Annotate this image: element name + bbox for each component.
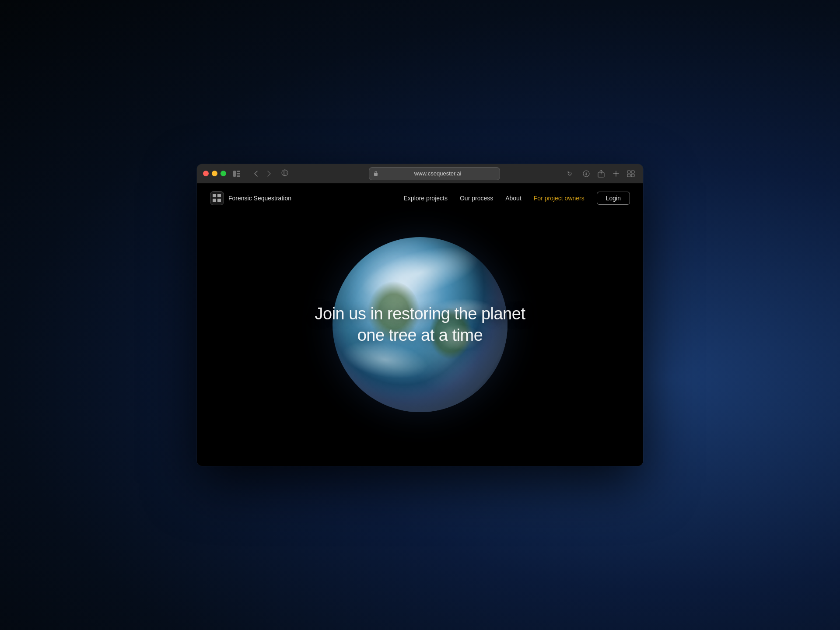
- logo-icon: [210, 191, 224, 205]
- close-button[interactable]: [203, 171, 209, 176]
- nav-about[interactable]: About: [505, 195, 522, 202]
- nav-for-project-owners[interactable]: For project owners: [534, 195, 584, 202]
- navigation: Forensic Sequestration Explore projects …: [197, 183, 643, 213]
- logo[interactable]: Forensic Sequestration: [210, 191, 291, 205]
- nav-links: Explore projects Our process About For p…: [404, 192, 630, 205]
- back-button[interactable]: [250, 168, 262, 180]
- svg-rect-0: [233, 171, 236, 177]
- svg-rect-14: [631, 171, 634, 173]
- svg-rect-15: [627, 174, 630, 177]
- svg-rect-2: [237, 173, 240, 174]
- website-content: Forensic Sequestration Explore projects …: [197, 183, 643, 466]
- address-bar[interactable]: www.csequester.ai: [369, 167, 500, 180]
- svg-rect-13: [627, 171, 630, 173]
- download-icon[interactable]: ⬇: [580, 168, 592, 180]
- earth-globe-container: [324, 228, 516, 421]
- forward-button[interactable]: [263, 168, 275, 180]
- browser-window: www.csequester.ai ↻ ⬇: [197, 164, 643, 466]
- new-tab-icon[interactable]: [610, 168, 622, 180]
- maximize-button[interactable]: [220, 171, 226, 176]
- hero-section: Join us in restoring the planet one tree…: [197, 183, 643, 466]
- svg-rect-1: [237, 171, 240, 172]
- privacy-icon: [281, 169, 288, 178]
- nav-explore-projects[interactable]: Explore projects: [404, 195, 448, 202]
- browser-actions: ⬇: [580, 168, 637, 180]
- logo-text: Forensic Sequestration: [228, 195, 291, 202]
- lock-icon: [374, 171, 378, 177]
- sidebar-toggle-icon[interactable]: [231, 168, 243, 180]
- earth-land-mass-1: [368, 281, 420, 342]
- browser-chrome: www.csequester.ai ↻ ⬇: [197, 164, 643, 183]
- url-text: www.csequester.ai: [381, 170, 495, 177]
- refresh-button[interactable]: ↻: [567, 170, 572, 177]
- traffic-lights: [203, 171, 226, 176]
- nav-our-process[interactable]: Our process: [460, 195, 493, 202]
- share-icon[interactable]: [595, 168, 607, 180]
- earth-cloud-3: [438, 325, 481, 351]
- svg-rect-16: [631, 174, 634, 177]
- tab-overview-icon[interactable]: [625, 168, 637, 180]
- svg-rect-3: [237, 175, 240, 177]
- minimize-button[interactable]: [212, 171, 217, 176]
- login-button[interactable]: Login: [597, 192, 630, 205]
- earth-globe: [332, 237, 508, 412]
- address-bar-container: www.csequester.ai ↻: [293, 167, 576, 180]
- svg-rect-7: [374, 173, 378, 176]
- svg-text:⬇: ⬇: [584, 172, 588, 176]
- nav-controls: [250, 168, 275, 180]
- earth-cloud-2: [432, 298, 494, 319]
